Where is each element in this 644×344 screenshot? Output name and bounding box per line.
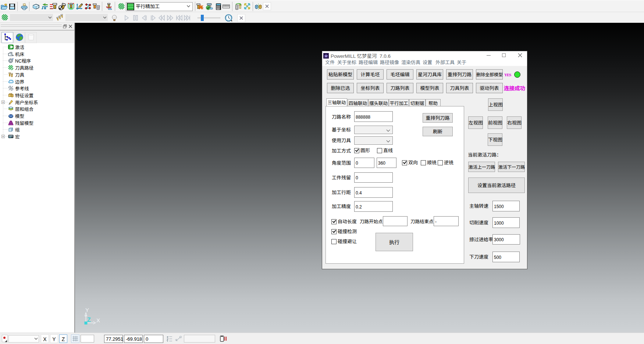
svg-text:X: X <box>96 317 100 323</box>
svg-text:Z: Z <box>87 317 91 323</box>
